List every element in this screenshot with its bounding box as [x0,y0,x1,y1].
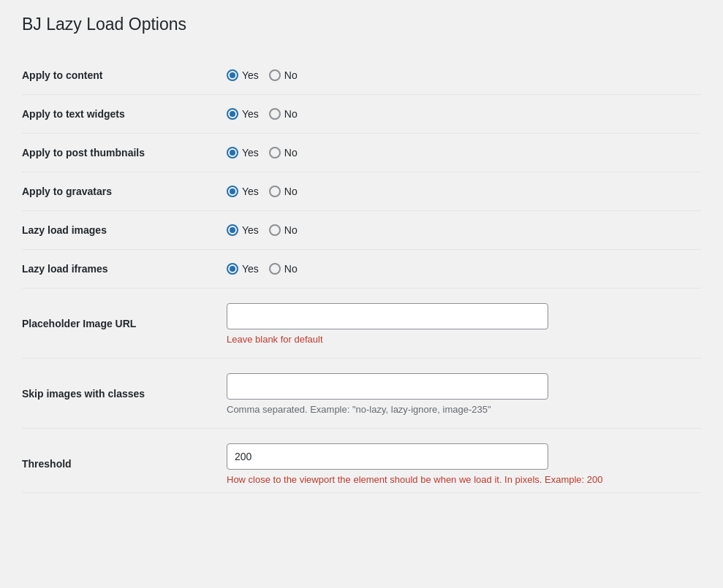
label-apply-to-gravatars: Apply to gravatars [22,172,212,211]
radio-no-lazy-load-iframes[interactable]: No [269,263,298,275]
radio-group-apply-to-post-thumbnails: Yes No [227,147,694,159]
row-threshold: Threshold How close to the viewport the … [22,429,701,493]
row-skip-images-with-classes: Skip images with classes Comma separated… [22,359,701,429]
radio-input-no-apply-to-text-widgets[interactable] [269,108,281,120]
radio-no-label-text-widgets: No [284,108,298,120]
label-placeholder-image-url: Placeholder Image URL [22,289,212,359]
radio-yes-lazy-load-iframes[interactable]: Yes [227,263,259,275]
radio-yes-label-post-thumbnails: Yes [242,147,259,159]
radio-no-lazy-load-images[interactable]: No [269,224,298,236]
radio-yes-label-lazy-images: Yes [242,224,259,236]
control-lazy-load-iframes: Yes No [212,250,701,289]
control-apply-to-text-widgets: Yes No [212,95,701,134]
radio-input-no-apply-to-content[interactable] [269,69,281,81]
label-apply-to-text-widgets: Apply to text widgets [22,95,212,134]
radio-yes-apply-to-gravatars[interactable]: Yes [227,186,259,197]
radio-no-label-gravatars: No [284,186,298,197]
radio-input-no-gravatars[interactable] [269,186,281,197]
radio-yes-apply-to-text-widgets[interactable]: Yes [227,108,259,120]
control-skip-images-with-classes: Comma separated. Example: "no-lazy, lazy… [212,359,701,429]
label-skip-images-with-classes: Skip images with classes [22,359,212,429]
radio-yes-label-lazy-iframes: Yes [242,263,259,275]
label-threshold: Threshold [22,429,212,493]
label-apply-to-post-thumbnails: Apply to post thumbnails [22,134,212,172]
radio-no-label-post-thumbnails: No [284,147,298,159]
radio-input-yes-apply-to-content[interactable] [227,69,238,81]
radio-input-yes-gravatars[interactable] [227,186,238,197]
row-placeholder-image-url: Placeholder Image URL Leave blank for de… [22,289,701,359]
radio-input-yes-lazy-images[interactable] [227,224,238,236]
label-apply-to-content: Apply to content [22,56,212,95]
radio-no-apply-to-post-thumbnails[interactable]: No [269,147,298,159]
radio-input-yes-apply-to-text-widgets[interactable] [227,108,238,120]
row-lazy-load-iframes: Lazy load iframes Yes No [22,250,701,289]
control-apply-to-gravatars: Yes No [212,172,701,211]
skip-images-with-classes-desc: Comma separated. Example: "no-lazy, lazy… [227,404,694,415]
radio-group-apply-to-content: Yes No [227,69,694,81]
page-title: BJ Lazy Load Options [22,15,701,42]
control-lazy-load-images: Yes No [212,211,701,250]
placeholder-image-url-input[interactable] [227,303,548,329]
radio-no-label-apply-to-content: No [284,69,298,81]
radio-input-yes-post-thumbnails[interactable] [227,147,238,159]
radio-yes-apply-to-post-thumbnails[interactable]: Yes [227,147,259,159]
row-apply-to-content: Apply to content Yes No [22,56,701,95]
radio-input-no-post-thumbnails[interactable] [269,147,281,159]
placeholder-image-url-hint: Leave blank for default [227,334,694,345]
radio-yes-label-gravatars: Yes [242,186,259,197]
radio-no-apply-to-gravatars[interactable]: No [269,186,298,197]
radio-no-label-lazy-images: No [284,224,298,236]
radio-group-apply-to-text-widgets: Yes No [227,108,694,120]
radio-no-apply-to-content[interactable]: No [269,69,298,81]
radio-group-lazy-load-iframes: Yes No [227,263,694,275]
radio-yes-label-text-widgets: Yes [242,108,259,120]
radio-no-label-lazy-iframes: No [284,263,298,275]
radio-yes-apply-to-content[interactable]: Yes [227,69,259,81]
control-apply-to-post-thumbnails: Yes No [212,134,701,172]
row-apply-to-text-widgets: Apply to text widgets Yes No [22,95,701,134]
control-placeholder-image-url: Leave blank for default [212,289,701,359]
row-apply-to-post-thumbnails: Apply to post thumbnails Yes No [22,134,701,172]
row-apply-to-gravatars: Apply to gravatars Yes No [22,172,701,211]
row-lazy-load-images: Lazy load images Yes No [22,211,701,250]
radio-group-apply-to-gravatars: Yes No [227,186,694,197]
radio-yes-label-apply-to-content: Yes [242,69,259,81]
label-lazy-load-iframes: Lazy load iframes [22,250,212,289]
control-threshold: How close to the viewport the element sh… [212,429,701,493]
options-table: Apply to content Yes No Apply to text wi… [22,56,701,493]
radio-input-no-lazy-images[interactable] [269,224,281,236]
radio-group-lazy-load-images: Yes No [227,224,694,236]
radio-no-apply-to-text-widgets[interactable]: No [269,108,298,120]
threshold-input[interactable] [227,443,548,470]
radio-yes-lazy-load-images[interactable]: Yes [227,224,259,236]
threshold-hint: How close to the viewport the element sh… [227,474,694,485]
skip-images-with-classes-input[interactable] [227,373,548,400]
radio-input-yes-lazy-iframes[interactable] [227,263,238,275]
radio-input-no-lazy-iframes[interactable] [269,263,281,275]
control-apply-to-content: Yes No [212,56,701,95]
label-lazy-load-images: Lazy load images [22,211,212,250]
